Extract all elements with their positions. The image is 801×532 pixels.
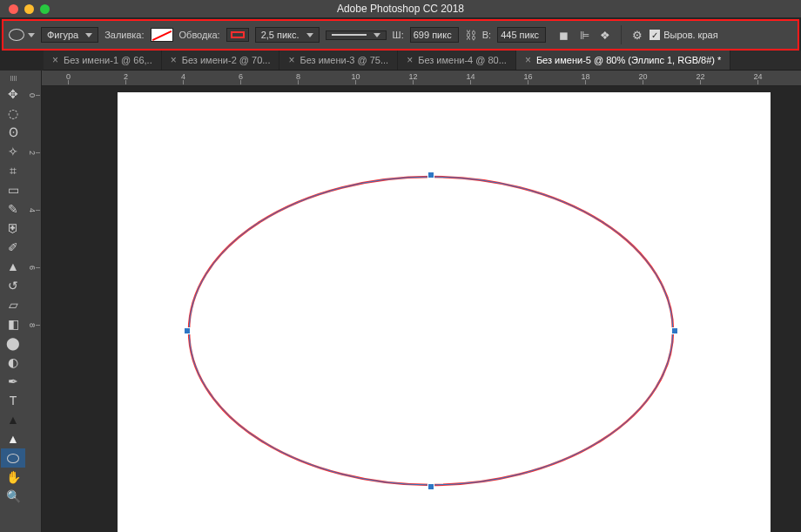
ruler-tick: 12 xyxy=(413,71,414,84)
chevron-down-icon xyxy=(306,33,313,37)
link-icon[interactable]: ⛓ xyxy=(465,29,476,42)
ruler-tick: 4 xyxy=(183,71,184,84)
ellipse-tool[interactable] xyxy=(1,448,25,468)
ruler-tick: 6 xyxy=(26,267,40,268)
fill-label: Заливка: xyxy=(104,30,144,40)
ruler-tick: 20 xyxy=(643,71,643,84)
path-align-icon[interactable]: ⊫ xyxy=(578,29,590,41)
gear-icon[interactable]: ⚙ xyxy=(631,29,643,41)
dodge-tool[interactable]: ◐ xyxy=(1,353,25,372)
ruler-tick: 24 xyxy=(757,71,758,84)
ruler-tick: 14 xyxy=(470,71,471,84)
height-label: В: xyxy=(482,30,491,40)
stroke-style-dropdown[interactable] xyxy=(326,30,387,40)
stroke-width-dropdown[interactable]: 2,5 пикс. xyxy=(255,27,320,43)
handle-left[interactable] xyxy=(184,327,191,334)
ruler-tick: 2 xyxy=(26,152,40,153)
lasso-tool[interactable]: ʘ xyxy=(1,123,25,142)
tab-label: Без имени-2 @ 70... xyxy=(182,55,271,65)
checkbox-checked-icon: ✓ xyxy=(650,30,660,40)
chevron-down-icon xyxy=(28,33,35,37)
shape-mode-label: Фигура xyxy=(47,30,78,40)
ruler-tick: 22 xyxy=(700,71,701,84)
ellipse-icon xyxy=(9,29,24,41)
pen-tool[interactable]: ✒ xyxy=(1,372,25,391)
eyedropper-tool[interactable]: ✎ xyxy=(1,199,25,219)
path-arrange-icon[interactable]: ❖ xyxy=(599,29,611,41)
fill-swatch[interactable] xyxy=(151,28,173,42)
handle-bottom[interactable] xyxy=(427,483,434,490)
stroke-swatch[interactable] xyxy=(226,28,249,42)
document-tab[interactable]: ×Без имени-5 @ 80% (Эллипс 1, RGB/8#) * xyxy=(516,51,730,70)
line-icon xyxy=(332,34,367,36)
ruler-tick: 0 xyxy=(26,95,40,96)
divider xyxy=(621,25,622,44)
width-input[interactable] xyxy=(410,27,459,43)
toolbox-grip[interactable] xyxy=(4,76,22,81)
chevron-down-icon xyxy=(374,33,380,37)
hand-tool[interactable]: ✋ xyxy=(1,468,25,487)
tool-options-bar: Фигура Заливка: Обводка: 2,5 пикс. Ш: ⛓ … xyxy=(2,19,799,51)
document-tab[interactable]: ×Без имени-3 @ 75... xyxy=(279,51,398,70)
marquee-tool[interactable]: ◌ xyxy=(1,104,25,123)
close-tab-icon[interactable]: × xyxy=(52,54,58,66)
direct-select-tool[interactable]: ▲ xyxy=(1,429,25,448)
svg-point-0 xyxy=(189,177,673,485)
stroke-width-value: 2,5 пикс. xyxy=(261,30,300,40)
ruler-tick: 8 xyxy=(298,71,299,84)
brush-tool[interactable]: ✐ xyxy=(1,238,25,257)
ruler-tick: 16 xyxy=(528,71,528,84)
zoom-tool[interactable]: 🔍 xyxy=(1,487,25,506)
ruler-tick: 10 xyxy=(355,71,356,84)
document-tab[interactable]: ×Без имени-1 @ 66,.. xyxy=(44,51,162,70)
shape-mode-dropdown[interactable]: Фигура xyxy=(41,27,98,43)
crop-tool[interactable]: ⌗ xyxy=(1,161,25,180)
stroke-label: Обводка: xyxy=(179,30,220,40)
active-shape-indicator[interactable] xyxy=(9,29,35,41)
workspace: ✥ ◌ ʘ ✧ ⌗ ▭ ✎ ⛨ ✐ ▲ ↺ ▱ ◧ ⬤ ◐ ✒ T ▲ ▲ ✋ … xyxy=(0,71,801,532)
document-tab[interactable]: ×Без имени-4 @ 80... xyxy=(398,51,516,70)
ruler-horizontal[interactable]: 024681012141618202224 xyxy=(42,71,801,86)
path-select-tool[interactable]: ▲ xyxy=(1,410,25,429)
close-tab-icon[interactable]: × xyxy=(288,54,294,66)
type-tool[interactable]: T xyxy=(1,391,25,410)
document-tab[interactable]: ×Без имени-2 @ 70... xyxy=(162,51,280,70)
close-tab-icon[interactable]: × xyxy=(525,54,531,66)
path-ops-group: ◼ ⊫ ❖ xyxy=(557,29,611,41)
frame-tool[interactable]: ▭ xyxy=(1,180,25,199)
tab-label: Без имени-3 @ 75... xyxy=(300,55,388,65)
tab-label: Без имени-1 @ 66,.. xyxy=(64,55,152,65)
ellipse-shape[interactable] xyxy=(187,175,675,487)
align-edges-checkbox[interactable]: ✓ Выров. края xyxy=(650,30,717,40)
ruler-vertical[interactable]: 02468 xyxy=(26,71,42,532)
healing-tool[interactable]: ⛨ xyxy=(1,219,25,238)
eraser-tool[interactable]: ▱ xyxy=(1,295,25,314)
gradient-tool[interactable]: ◧ xyxy=(1,314,25,333)
move-tool[interactable]: ✥ xyxy=(1,84,25,104)
ruler-tick: 4 xyxy=(26,210,40,211)
ruler-tick: 0 xyxy=(68,71,69,84)
app-title: Adobe Photoshop CC 2018 xyxy=(0,3,801,15)
close-tab-icon[interactable]: × xyxy=(171,54,177,66)
blur-tool[interactable]: ⬤ xyxy=(1,333,25,353)
handle-right[interactable] xyxy=(671,327,678,334)
height-input[interactable] xyxy=(497,27,546,43)
ruler-tick: 2 xyxy=(125,71,126,84)
align-edges-label: Выров. края xyxy=(663,30,717,40)
path-op-combine-icon[interactable]: ◼ xyxy=(557,29,569,41)
toolbox: ✥ ◌ ʘ ✧ ⌗ ▭ ✎ ⛨ ✐ ▲ ↺ ▱ ◧ ⬤ ◐ ✒ T ▲ ▲ ✋ … xyxy=(0,71,26,532)
title-bar: Adobe Photoshop CC 2018 xyxy=(0,0,801,17)
clone-stamp-tool[interactable]: ▲ xyxy=(1,257,25,276)
close-tab-icon[interactable]: × xyxy=(407,54,413,66)
width-label: Ш: xyxy=(393,30,404,40)
magic-wand-tool[interactable]: ✧ xyxy=(1,142,25,161)
history-brush-tool[interactable]: ↺ xyxy=(1,276,25,295)
ruler-tick: 8 xyxy=(26,325,40,326)
handle-top[interactable] xyxy=(427,172,434,178)
tab-label: Без имени-4 @ 80... xyxy=(418,55,507,65)
ruler-tick: 6 xyxy=(240,71,241,84)
chevron-down-icon xyxy=(85,33,92,37)
svg-point-1 xyxy=(189,177,673,485)
tab-label: Без имени-5 @ 80% (Эллипс 1, RGB/8#) * xyxy=(536,55,721,65)
document-canvas[interactable] xyxy=(118,92,771,532)
